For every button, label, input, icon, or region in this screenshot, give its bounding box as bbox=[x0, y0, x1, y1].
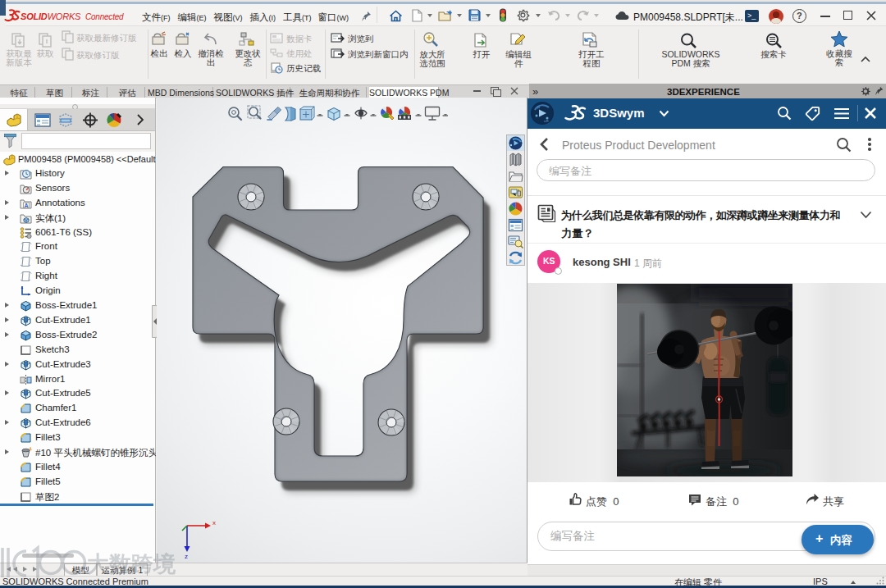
svg-text:x: x bbox=[212, 519, 216, 526]
svg-text:js: js bbox=[537, 105, 540, 109]
svg-text:v.R: v.R bbox=[544, 119, 549, 123]
svg-text:z: z bbox=[185, 553, 188, 560]
svg-text:A: A bbox=[24, 203, 28, 208]
